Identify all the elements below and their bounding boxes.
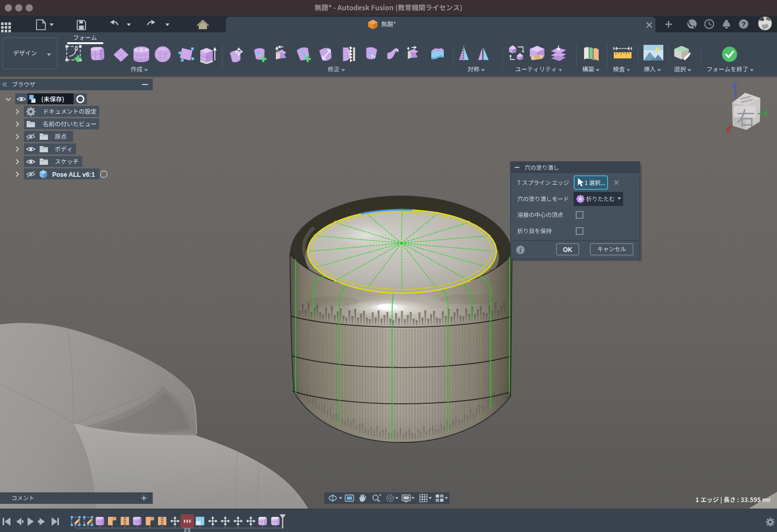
svg-text:?: ?: [742, 21, 746, 28]
svg-text:Pose ALL v6:1: Pose ALL v6:1: [52, 171, 95, 178]
svg-text:OK: OK: [563, 246, 573, 253]
svg-text:-Y: -Y: [762, 110, 768, 117]
svg-text:X: X: [726, 127, 731, 135]
svg-text:Z: Z: [733, 82, 736, 89]
